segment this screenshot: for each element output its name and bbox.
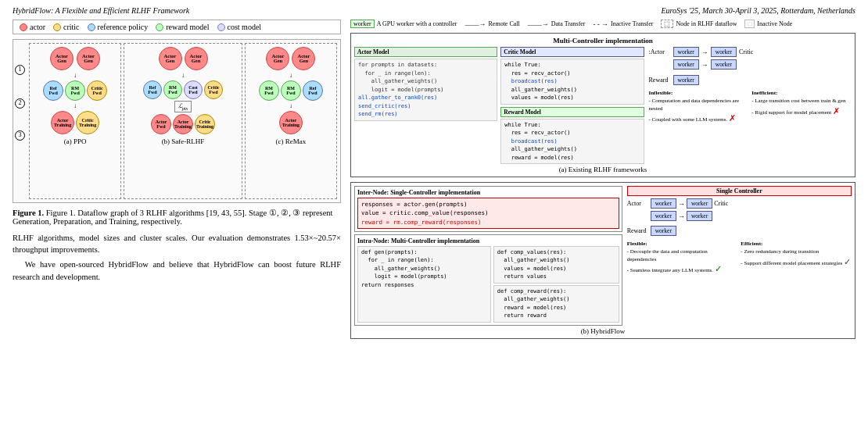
inefficient-item-2: - Rigid support for model placement <box>751 109 831 116</box>
arrow-to-critic: → <box>701 48 708 56</box>
inactive-node-label: Inactive Node <box>757 20 792 27</box>
actor-dot <box>20 23 27 31</box>
inactive-transfer-label: Inactive Transfer <box>611 20 653 27</box>
inefficient-item-1: - Large transition cost between train & … <box>751 98 845 104</box>
check-2: ✓ <box>844 257 851 266</box>
comp-codes: def comp_values(res): all_gather_weights… <box>493 246 619 323</box>
stage-3-label: 3 <box>15 129 27 141</box>
existing-code-section: Actor Model for prompts in datasets: for… <box>354 47 644 164</box>
legend-refpolicy: reference policy <box>88 23 149 31</box>
legend-inactive-node: □ Inactive Node <box>744 20 792 28</box>
safe-rlhf-block: ActorGen ActorGen ↓ RefFwd RMFwd CostFwd… <box>124 43 242 199</box>
hybrid-reward-row: Reward worker <box>627 226 852 236</box>
efficient-title: Efficient: <box>741 241 762 247</box>
ppo-actor-train: ActorTraining <box>51 111 74 134</box>
hybrid-right-diagram: Single Controller Actor worker → worker … <box>627 186 852 326</box>
ppo-critic-train: CriticTraining <box>76 111 99 134</box>
hybrid-actor-row2: worker → worker <box>627 211 852 221</box>
right-legend-bar: worker A GPU worker with a controller ——… <box>350 20 855 28</box>
existing-content: Actor Model for prompts in datasets: for… <box>354 47 852 164</box>
hybrid-reward-label: Reward <box>627 227 649 234</box>
worker-box-4: worker <box>711 59 737 70</box>
hybrid-panel: Inter-Node: Single-Controller implementa… <box>350 182 855 339</box>
ppo-ref-fwd: RefFwd <box>43 80 63 101</box>
arrow-solid: ——→ <box>465 20 486 28</box>
hybrid-worker-5: worker <box>651 226 676 236</box>
actor-code: for prompts in datasets: for _ in range(… <box>354 59 497 121</box>
actor-model-label: Actor Model <box>354 47 497 57</box>
hybrid-actor-row1: Actor worker → worker Critic <box>627 198 852 209</box>
stage-1-label: 1 <box>15 63 27 75</box>
remax-label: (c) ReMax <box>276 137 307 145</box>
safe-cost-fwd: CostFwd <box>184 80 203 99</box>
worker-box-legend: worker <box>350 20 375 28</box>
safe-actor-train: ActorTraining <box>173 114 193 134</box>
ppo-critic-fwd: CriticFwd <box>87 80 107 101</box>
safe-rm-fwd: RMFwd <box>163 80 182 99</box>
legend-worker: worker A GPU worker with a controller <box>350 20 457 28</box>
hybrid-critic-label: Critic <box>714 200 728 207</box>
efficient-item-2: - Support different model placement stra… <box>741 260 842 266</box>
reward-dot <box>156 23 163 31</box>
remote-call-label: Remote Call <box>489 20 520 27</box>
refpolicy-label: reference policy <box>98 23 149 31</box>
inactive-box-legend: □ <box>744 20 755 28</box>
legend-critic: critic <box>53 23 80 31</box>
cost-label: cost model <box>228 23 262 31</box>
diagram-area: 1 2 3 ActorGen ActorGen <box>13 39 341 203</box>
intra-node-code-cols: def gen(prompts): for _ in range(len): a… <box>357 246 619 323</box>
efficient-item-1: - Zero redundancy during transition <box>741 248 819 255</box>
legend-node-rlhf: ⬚ Node in RLHF dataflow <box>661 20 737 28</box>
flexible-box: Flexible: - Decouple the data and comput… <box>627 241 738 276</box>
intra-node-title: Intra-Node: Multi-Controller implementat… <box>357 237 619 244</box>
reward-node-label: Reward <box>649 77 671 84</box>
left-column: actor critic reference policy reward mod… <box>13 20 341 415</box>
body-text: RLHF algorithms, model sizes and cluster… <box>13 232 341 283</box>
reward-worker-row: Reward worker <box>649 75 852 85</box>
safe-actor-gen-1: ActorGen <box>159 47 182 70</box>
safe-critic-train: CriticTraining <box>195 114 215 134</box>
critic-label: critic <box>63 23 80 31</box>
inflexible-box: Inflexible: - Computation and data depen… <box>649 90 749 125</box>
safe-actor-gen-2: ActorGen <box>185 47 208 70</box>
hybrid-arrow-2: → <box>678 212 685 220</box>
safe-rlhf-label: (b) Safe-RLHF <box>162 137 205 145</box>
existing-title: Multi-Controller implementation <box>354 37 852 45</box>
legend-actor: actor <box>20 23 45 31</box>
safe-ref-fwd: RefFwd <box>143 80 162 99</box>
inflexible-title: Inflexible: <box>649 90 673 96</box>
existing-frameworks-panel: Multi-Controller implementation Actor Mo… <box>350 33 855 177</box>
comp-values-code: def comp_values(res): all_gather_weights… <box>493 246 619 284</box>
flexible-title: Flexible: <box>627 241 647 247</box>
existing-code-cols: Actor Model for prompts in datasets: for… <box>354 47 644 164</box>
safe-critic-fwd: CriticFwd <box>204 80 223 99</box>
arrow-to-worker4: → <box>701 61 708 69</box>
header-left: HybridFlow: A Flexible and Efficient RLH… <box>13 6 189 15</box>
efficient-box: Efficient: - Zero redundancy during tran… <box>741 241 852 276</box>
header-row: HybridFlow: A Flexible and Efficient RLH… <box>13 6 855 15</box>
dashed-box-legend: ⬚ <box>661 20 673 28</box>
existing-caption: (a) Existing RLHF frameworks <box>354 166 852 173</box>
inflexible-item-2: - Coupled with some LLM systems. <box>649 116 728 123</box>
gen-code: def gen(prompts): for _ in range(len): a… <box>357 246 491 323</box>
inefficient-box: Inefficient: - Large transition cost bet… <box>751 90 852 125</box>
safe-lptx: ℒptx <box>174 101 192 112</box>
inefficient-title: Inefficient: <box>751 90 777 96</box>
remax-actor-train: ActorTraining <box>279 111 303 134</box>
actor-model-section: Actor Model for prompts in datasets: for… <box>354 47 497 164</box>
legend-cost: cost model <box>217 23 262 31</box>
ppo-actor-gen-1: ActorGen <box>50 47 74 70</box>
check-1: ✓ <box>715 264 722 273</box>
flexible-item-2: - Seamless integrate any LLM systems. <box>627 267 713 273</box>
worker-box-5: worker <box>673 75 699 85</box>
flexible-item-1: - Decouple the data and computation depe… <box>627 248 708 262</box>
hybrid-worker-2: worker <box>687 198 712 209</box>
actor-worker-row: :Actor worker → worker Critic <box>649 47 852 57</box>
hybrid-actor-label: Actor <box>627 200 649 207</box>
hybrid-caption: (b) HybridFlow <box>354 327 852 335</box>
node-rlhf-label: Node in RLHF dataflow <box>676 20 737 27</box>
body-para-1: RLHF algorithms, model sizes and cluster… <box>13 232 341 255</box>
actor-worker-row-2: worker → worker <box>649 59 852 70</box>
note-boxes: Inflexible: - Computation and data depen… <box>649 90 852 125</box>
cost-dot <box>217 23 225 31</box>
